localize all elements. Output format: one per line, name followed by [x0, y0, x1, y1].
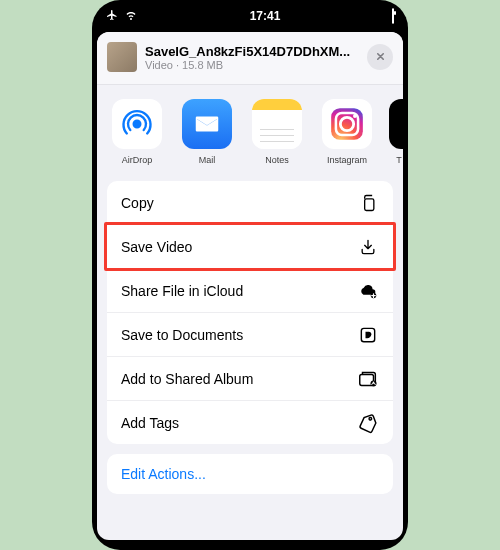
action-save-documents[interactable]: Save to Documents	[107, 313, 393, 357]
share-targets: AirDrop Mail Notes Instagram	[97, 85, 403, 181]
close-button[interactable]	[367, 44, 393, 70]
icloud-share-icon	[357, 280, 379, 302]
share-label: Mail	[199, 155, 216, 165]
notes-icon	[252, 99, 302, 149]
tiktok-icon	[389, 99, 403, 149]
shared-album-icon	[357, 368, 379, 390]
actions-list: Copy Save Video Share File in iCloud Sav…	[107, 181, 393, 444]
file-meta: Video · 15.8 MB	[145, 59, 359, 71]
action-label: Copy	[121, 195, 154, 211]
instagram-icon	[322, 99, 372, 149]
documents-icon	[357, 324, 379, 346]
action-copy[interactable]: Copy	[107, 181, 393, 225]
mail-icon	[182, 99, 232, 149]
share-label: Instagram	[327, 155, 367, 165]
status-bar: 17:41	[92, 0, 408, 28]
wifi-icon	[124, 9, 138, 24]
svg-rect-5	[365, 198, 374, 210]
action-save-video[interactable]: Save Video	[107, 225, 393, 269]
download-icon	[357, 236, 379, 258]
tag-icon	[357, 412, 379, 434]
svg-point-11	[369, 417, 372, 420]
share-label: Notes	[265, 155, 289, 165]
action-label: Add to Shared Album	[121, 371, 253, 387]
action-label: Save Video	[121, 239, 192, 255]
share-label: T	[396, 155, 402, 165]
airdrop-icon	[112, 99, 162, 149]
share-target-notes[interactable]: Notes	[249, 99, 305, 165]
file-name: SaveIG_An8kzFi5X14D7DDhXM...	[145, 44, 359, 59]
action-label: Save to Documents	[121, 327, 243, 343]
file-thumbnail	[107, 42, 137, 72]
sheet-header: SaveIG_An8kzFi5X14D7DDhXM... Video · 15.…	[97, 32, 403, 85]
copy-icon	[357, 192, 379, 214]
status-time: 17:41	[250, 9, 281, 23]
action-shared-album[interactable]: Add to Shared Album	[107, 357, 393, 401]
svg-point-0	[134, 121, 141, 128]
action-label: Share File in iCloud	[121, 283, 243, 299]
phone-frame: 17:41 SaveIG_An8kzFi5X14D7DDhXM... Video…	[92, 0, 408, 550]
share-label: AirDrop	[122, 155, 153, 165]
edit-actions-button[interactable]: Edit Actions...	[107, 454, 393, 494]
share-target-airdrop[interactable]: AirDrop	[109, 99, 165, 165]
battery-icon	[392, 9, 394, 23]
action-share-icloud[interactable]: Share File in iCloud	[107, 269, 393, 313]
action-add-tags[interactable]: Add Tags	[107, 401, 393, 444]
share-target-tiktok[interactable]: T	[389, 99, 403, 165]
share-sheet: SaveIG_An8kzFi5X14D7DDhXM... Video · 15.…	[97, 32, 403, 540]
close-icon	[375, 50, 386, 65]
airplane-icon	[106, 9, 118, 24]
action-label: Add Tags	[121, 415, 179, 431]
edit-actions-label: Edit Actions...	[121, 466, 206, 482]
share-target-instagram[interactable]: Instagram	[319, 99, 375, 165]
share-target-mail[interactable]: Mail	[179, 99, 235, 165]
